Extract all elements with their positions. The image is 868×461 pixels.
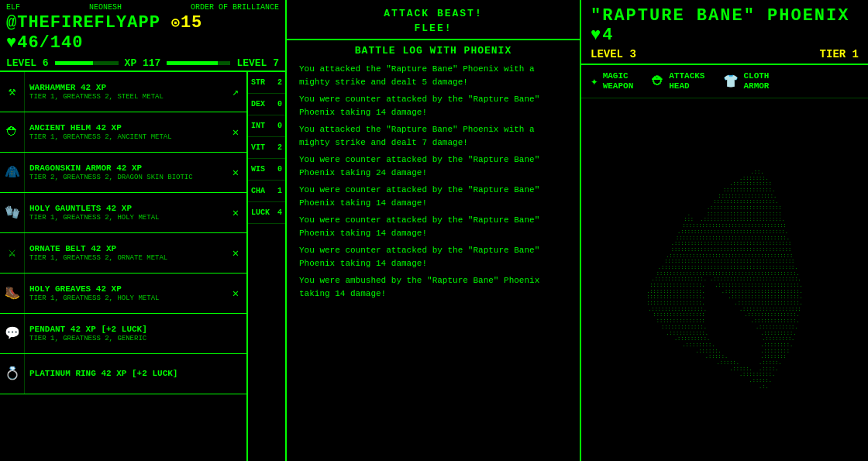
item-icon: 💍 [0, 354, 25, 394]
stat-value: 2 [277, 143, 282, 152]
flee-button[interactable]: FLEE! [414, 22, 452, 34]
equip-icon: ⛑ [652, 74, 664, 89]
item-action[interactable]: ✕ [225, 274, 246, 313]
equip-label: ATTACKSHEAD [669, 71, 704, 91]
equip-line2: WEAPON [603, 81, 634, 91]
stat-label: STR [251, 78, 265, 87]
item-info: WARHAMMER 42 XPTIER 1, GREATNESS 2, STEE… [25, 72, 225, 112]
xp-bar2 [167, 61, 230, 65]
item-sub: TIER 1, GREATNESS 2, GENERIC [29, 335, 220, 342]
items-list: ⚒WARHAMMER 42 XPTIER 1, GREATNESS 2, STE… [0, 72, 246, 461]
item-row: 💬PENDANT 42 XP [+2 LUCK]TIER 1, GREATNES… [0, 314, 246, 354]
equip-label: MAGICWEAPON [603, 71, 634, 91]
item-info: DRAGONSKIN ARMOR 42 XPTIER 2, GREATNESS … [25, 153, 225, 192]
item-sub: TIER 1, GREATNESS 2, HOLY METAL [29, 294, 220, 302]
player-level: 15 [181, 13, 202, 33]
stat-row-wis: WIS0 [248, 159, 285, 181]
stat-value: 1 [277, 187, 282, 195]
equip-item: 👕CLOTHARMOR [723, 71, 769, 91]
heart-icon: ♥ [6, 33, 17, 53]
stat-row-dex: DEX0 [248, 94, 285, 115]
stat-row-vit: VIT2 [248, 137, 285, 159]
battle-log-entry: You were counter attacked by the "Raptur… [299, 244, 567, 270]
item-name: HOLY GREAVES 42 XP [29, 284, 220, 294]
item-sub: TIER 1, GREATNESS 2, STEEL METAL [29, 93, 220, 101]
enemy-name: "RAPTURE BANE" PHOENIX [591, 6, 849, 26]
item-icon: ⛑ [0, 112, 25, 152]
stat-row-str: STR2 [248, 72, 285, 94]
equip-icon: ✦ [591, 74, 598, 89]
item-row: ⛑ANCIENT HELM 42 XPTIER 1, GREATNESS 2, … [0, 112, 246, 153]
xp-bar [55, 61, 119, 65]
item-icon: 🧤 [0, 193, 25, 232]
level-left-label: LEVEL 6 [6, 57, 49, 69]
stat-value: 2 [277, 78, 282, 87]
equip-item: ✦MAGICWEAPON [591, 71, 633, 91]
stat-value: 0 [277, 122, 282, 130]
equip-item: ⛑ATTACKSHEAD [652, 71, 704, 91]
stat-label: VIT [251, 143, 265, 152]
item-row: 🧥DRAGONSKIN ARMOR 42 XPTIER 2, GREATNESS… [0, 153, 246, 193]
item-info: HOLY GAUNTLETS 42 XPTIER 1, GREATNESS 2,… [25, 193, 225, 232]
stat-label: DEX [251, 100, 265, 108]
item-row: ⚔ORNATE BELT 42 XPTIER 1, GREATNESS 2, O… [0, 233, 246, 274]
item-action[interactable]: ✕ [225, 233, 246, 273]
attack-button[interactable]: ATTACK BEAST! [384, 8, 482, 19]
equip-line1: ATTACKS [669, 71, 704, 81]
stats-panel: STR2DEX0INT0VIT2WIS0CHA1LUCK4 [246, 72, 285, 461]
right-panel: "RAPTURE BANE" PHOENIX ♥4 LEVEL 3 TIER 1… [581, 0, 868, 461]
item-icon: ⚔ [0, 233, 25, 273]
battle-log: You attacked the "Rapture Bane" Phoenix … [287, 60, 580, 461]
item-name: PENDANT 42 XP [+2 LUCK] [29, 325, 220, 334]
equip-label: CLOTHARMOR [743, 71, 769, 91]
item-sub: TIER 2, GREATNESS 2, DRAGON SKIN BIOTIC [29, 174, 220, 181]
enemy-level: LEVEL 3 [591, 48, 636, 60]
stat-value: 0 [277, 165, 282, 174]
item-icon: 💬 [0, 314, 25, 353]
item-sub: TIER 1, GREATNESS 2, ANCIENT METAL [29, 133, 220, 141]
item-row: 🧤HOLY GAUNTLETS 42 XPTIER 1, GREATNESS 2… [0, 193, 246, 233]
item-action[interactable]: ✕ [225, 112, 246, 152]
stat-value: 4 [277, 208, 282, 217]
level-bar-row: LEVEL 6 XP 117 LEVEL 7 [6, 57, 279, 69]
equip-line2: HEAD [669, 81, 704, 91]
item-icon: 🧥 [0, 153, 25, 192]
enemy-art: .::. .:::::::. .:::::::::::: :::::::::::… [581, 98, 868, 461]
enemy-header: "RAPTURE BANE" PHOENIX ♥4 LEVEL 3 TIER 1 [581, 0, 868, 65]
item-sub: TIER 1, GREATNESS 2, HOLY METAL [29, 214, 220, 222]
battle-log-entry: You were counter attacked by the "Raptur… [299, 184, 567, 209]
item-action[interactable]: ↗ [225, 72, 246, 112]
level-right-label: LEVEL 7 [236, 57, 279, 69]
item-info: ANCIENT HELM 42 XPTIER 1, GREATNESS 2, A… [25, 112, 225, 152]
item-name: PLATINUM RING 42 XP [+2 LUCK] [29, 369, 220, 378]
item-name: ORNATE BELT 42 XP [29, 244, 220, 253]
item-info: ORNATE BELT 42 XPTIER 1, GREATNESS 2, OR… [25, 233, 225, 273]
item-action[interactable]: ✕ [225, 153, 246, 192]
left-panel: ELF NEONESH ORDER OF BRILLIANCE @THEFIRE… [0, 0, 287, 461]
xp-label: XP 117 [125, 57, 161, 69]
stat-label: INT [251, 122, 265, 130]
item-action[interactable]: ✕ [225, 193, 246, 232]
player-order: ORDER OF BRILLIANCE [191, 3, 279, 12]
item-icon: 🥾 [0, 274, 25, 313]
item-row: 🥾HOLY GREAVES 42 XPTIER 1, GREATNESS 2, … [0, 274, 246, 314]
item-info: PLATINUM RING 42 XP [+2 LUCK] [25, 354, 225, 394]
item-action[interactable] [225, 314, 246, 353]
player-race: ELF [6, 3, 20, 12]
stat-value: 0 [277, 100, 282, 108]
player-deity: NEONESH [89, 3, 122, 12]
level-symbol: ⊙ [171, 15, 181, 31]
player-title: @THEFIREFLYAPP ⊙15 ♥46/140 [6, 13, 279, 54]
item-row: 💍PLATINUM RING 42 XP [+2 LUCK] [0, 354, 246, 394]
enemy-tier: TIER 1 [820, 48, 859, 60]
stat-row-cha: CHA1 [248, 181, 285, 202]
item-icon: ⚒ [0, 72, 25, 112]
item-action[interactable] [225, 354, 246, 394]
item-info: HOLY GREAVES 42 XPTIER 1, GREATNESS 2, H… [25, 274, 225, 313]
center-actions: ATTACK BEAST! FLEE! [287, 0, 580, 39]
player-header: ELF NEONESH ORDER OF BRILLIANCE @THEFIRE… [0, 0, 285, 72]
item-info: PENDANT 42 XP [+2 LUCK]TIER 1, GREATNESS… [25, 314, 225, 353]
battle-log-entry: You attacked the "Rapture Bane" Phoenix … [299, 63, 567, 88]
equip-line1: CLOTH [743, 71, 769, 81]
enemy-heart: ♥ [591, 26, 602, 45]
